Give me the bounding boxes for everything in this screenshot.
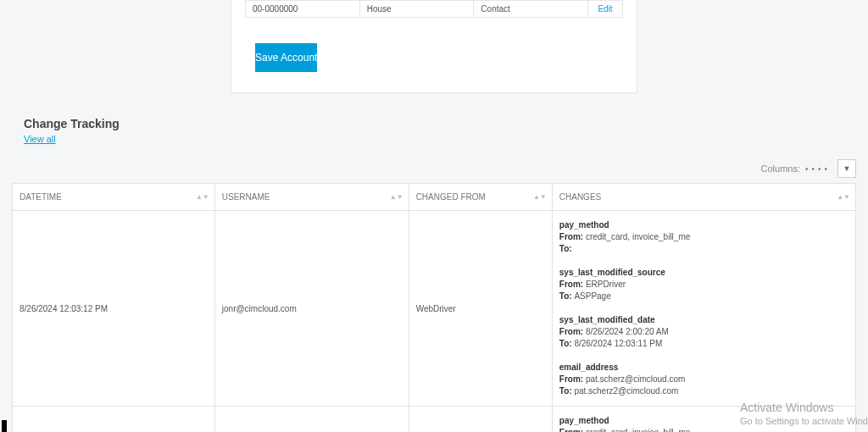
cell-changed-from: WebDriver — [409, 211, 552, 407]
th-username[interactable]: Username ▲▼ — [214, 184, 409, 211]
change-group: sys_last_modified_dateFrom: 8/26/2024 2:… — [559, 314, 849, 350]
cell-datetime: 8/26/2024 12:03:12 PM — [13, 211, 215, 407]
sort-icon: ▲▼ — [390, 195, 403, 200]
change-group: email_addressFrom: pat.scherz@cimcloud.c… — [559, 362, 849, 397]
table-header-row: Datetime ▲▼ Username ▲▼ Changed From ▲▼ … — [13, 184, 856, 211]
change-from: From: 8/26/2024 2:00:20 AM — [559, 326, 849, 338]
change-field-name: sys_last_modified_date — [559, 314, 849, 326]
th-datetime[interactable]: Datetime ▲▼ — [13, 184, 215, 211]
th-changes-label: Changes — [559, 192, 601, 202]
columns-label: Columns: — [761, 163, 800, 174]
change-from: From: credit_card, invoice_bill_me — [559, 231, 849, 243]
th-username-label: Username — [222, 192, 270, 202]
th-changes[interactable]: Changes ▲▼ — [552, 184, 855, 211]
form-cell-id: 00-0000000 — [246, 1, 360, 17]
change-field-name: sys_last_modified_source — [559, 267, 849, 279]
chevron-down-icon: ▼ — [843, 164, 851, 173]
sort-icon: ▲▼ — [533, 195, 547, 200]
table-body: 8/26/2024 12:03:12 PMjonr@cimcloud.comWe… — [13, 211, 856, 433]
th-changed-from-label: Changed From — [416, 192, 486, 202]
account-form-card: 00-0000000 House Contact Edit Save Accou… — [231, 0, 637, 93]
cell-username: jasonb@cimcloud.com — [214, 407, 409, 433]
change-to: To: pat.scherz2@cimcloud.com — [559, 385, 849, 397]
change-to: To: ASPPage — [559, 291, 849, 302]
columns-selector-row: Columns: •••• ▼ — [0, 159, 856, 178]
form-cell-type: House — [360, 1, 475, 17]
form-edit-link[interactable]: Edit — [588, 1, 622, 17]
bottom-left-marker — [2, 420, 7, 432]
cell-changes: pay_methodFrom: credit_card, invoice_bil… — [552, 211, 855, 407]
change-field-name: pay_method — [559, 415, 849, 427]
sort-icon: ▲▼ — [196, 195, 209, 200]
sort-icon: ▲▼ — [837, 195, 850, 200]
cell-datetime: 8/15/2024 10:06:28 AM — [13, 407, 215, 433]
change-from: From: pat.scherz@cimcloud.com — [559, 374, 849, 385]
change-group: sys_last_modified_sourceFrom: ERPDriverT… — [559, 267, 849, 302]
table-row: 8/15/2024 10:06:28 AMjasonb@cimcloud.com… — [13, 407, 856, 433]
columns-dots[interactable]: •••• — [805, 164, 831, 174]
change-from: From: ERPDriver — [559, 279, 849, 291]
change-tracking-heading: Change Tracking — [24, 117, 868, 130]
change-group: pay_methodFrom: credit_card, invoice_bil… — [559, 415, 849, 432]
change-field-name: pay_method — [559, 219, 849, 231]
th-changed-from[interactable]: Changed From ▲▼ — [409, 184, 552, 211]
change-to: To: — [559, 243, 849, 255]
change-group: pay_methodFrom: credit_card, invoice_bil… — [559, 219, 849, 255]
cell-username: jonr@cimcloud.com — [214, 211, 409, 407]
form-cell-contact: Contact — [474, 1, 588, 17]
change-from: From: credit_card, invoice_bill_me — [559, 427, 849, 432]
change-to: To: 8/26/2024 12:03:11 PM — [559, 338, 849, 350]
change-tracking-table: Datetime ▲▼ Username ▲▼ Changed From ▲▼ … — [12, 183, 856, 432]
view-all-link[interactable]: View all — [24, 134, 56, 144]
table-row: 8/26/2024 12:03:12 PMjonr@cimcloud.comWe… — [13, 211, 856, 407]
save-account-button[interactable]: Save Account — [255, 43, 317, 72]
columns-dropdown[interactable]: ▼ — [837, 159, 856, 178]
cell-changes: pay_methodFrom: credit_card, invoice_bil… — [552, 407, 855, 433]
change-field-name: email_address — [559, 362, 849, 374]
form-row: 00-0000000 House Contact Edit — [245, 0, 623, 18]
cell-changed-from: WebDriver — [409, 407, 552, 433]
th-datetime-label: Datetime — [19, 192, 62, 202]
